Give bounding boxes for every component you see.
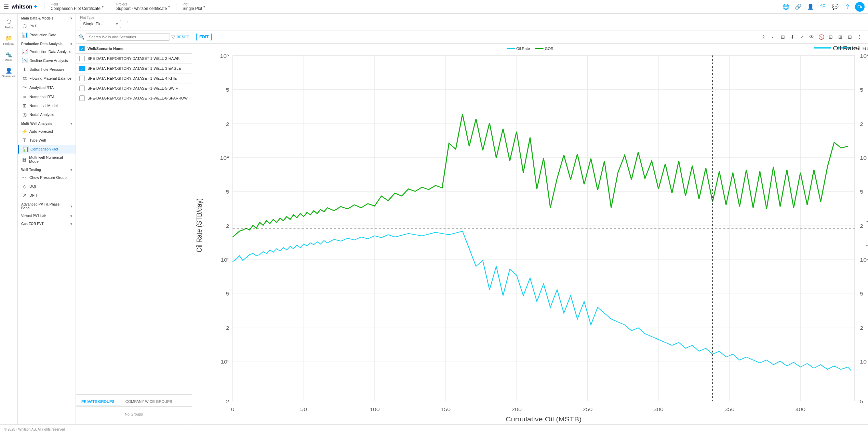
svg-text:5: 5: [226, 291, 229, 297]
svg-text:10³: 10³: [221, 257, 229, 263]
hamburger-icon[interactable]: ☰: [3, 3, 9, 11]
section-virtual-pvt[interactable]: Virtual PVT Lab ▾: [18, 211, 76, 219]
nav-item-pda[interactable]: 📈 Production Data Analysis: [18, 47, 76, 56]
reset-button[interactable]: RESET: [176, 35, 189, 39]
section-advanced-pvt[interactable]: Advanced PVT & Phase Beha... ▾: [18, 200, 76, 211]
avatar[interactable]: FA: [855, 2, 865, 12]
section-mwa-chevron: ▾: [70, 122, 72, 126]
auto-forecast-label: Auto-Forecast: [29, 129, 53, 133]
multi-well-nm-label: Multi-well Numerical Model: [29, 155, 72, 163]
download-tool[interactable]: ⬇: [788, 32, 797, 41]
sidebar-item-fields[interactable]: ⬡ Fields: [1, 16, 16, 31]
field-dropdown[interactable]: Field Comparison Plot Certificate ▾: [49, 2, 106, 12]
section-gas-eor[interactable]: Gas EOR PVT ▾: [18, 219, 76, 227]
well-item[interactable]: SPE-DATA-REPOSITORY-DATASET-1-WELL-5-SWI…: [76, 83, 192, 93]
legend-gor-line: [535, 48, 544, 49]
section-mwa[interactable]: Multi-Well Analysis ▾: [18, 119, 76, 127]
nav-item-production-data[interactable]: 📊 Production Data: [18, 30, 76, 39]
nav-item-chow[interactable]: 〰 Chow Pressure Group: [18, 173, 76, 182]
section-pda-label: Production Data Analysis: [21, 42, 63, 46]
svg-text:5: 5: [860, 291, 863, 297]
dfit-label: DFIT: [29, 193, 38, 197]
plot-type-select[interactable]: Single Plot ▾: [80, 20, 121, 28]
well-checkbox-4[interactable]: [79, 86, 85, 91]
sidebar-item-projects[interactable]: 📁 Projects: [1, 33, 16, 48]
well-checkbox-2[interactable]: ✓: [79, 66, 85, 71]
edit-button[interactable]: EDIT: [196, 33, 212, 41]
nav-item-type-well[interactable]: T Type Well: [18, 136, 76, 145]
select-all-checkbox[interactable]: ✓: [79, 46, 85, 51]
well-checkbox-5[interactable]: [79, 95, 85, 101]
nav-separator-1: [44, 3, 44, 10]
check-icon-2: ✓: [81, 67, 83, 70]
nav-item-dqi[interactable]: ◇ DQI: [18, 182, 76, 191]
nav-item-auto-forecast[interactable]: ⚡ Auto-Forecast: [18, 127, 76, 136]
private-groups-tab[interactable]: PRIVATE GROUPS: [76, 397, 120, 406]
nav-item-nodal[interactable]: ◎ Nodal Analysis: [18, 110, 76, 119]
search-input[interactable]: [86, 33, 170, 41]
section-wt[interactable]: Well Testing ▾: [18, 165, 76, 173]
expand-tool[interactable]: ⊡: [826, 32, 835, 41]
nav-item-analytical-rta[interactable]: 〜 Analytical RTA: [18, 83, 76, 92]
section-virtual-pvt-label: Virtual PVT Lab: [21, 214, 46, 218]
layout-tool[interactable]: ⊟: [845, 32, 854, 41]
well-name-3: SPE-DATA-REPOSITORY-DATASET-1-WELL-4-KIT…: [88, 76, 177, 80]
nav-item-dca[interactable]: 📉 Decline Curve Analysis: [18, 56, 76, 65]
select-tool[interactable]: ⌐: [769, 32, 778, 41]
section-main-data-chevron: ▾: [70, 16, 72, 20]
more-tool[interactable]: ⋮: [855, 32, 864, 41]
svg-text:5: 5: [860, 189, 863, 195]
temperature-icon[interactable]: °F: [818, 2, 828, 12]
svg-text:Oil Rate: Oil Rate: [833, 45, 857, 51]
svg-text:10⁴: 10⁴: [220, 155, 229, 161]
well-item[interactable]: SPE-DATA-REPOSITORY-DATASET-1-WELL-4-KIT…: [76, 74, 192, 83]
svg-text:5: 5: [226, 189, 229, 195]
nav-item-comparison-plot[interactable]: 📊 Comparison Plot: [18, 145, 76, 154]
well-checkbox-3[interactable]: [79, 76, 85, 81]
nav-item-numerical-rta[interactable]: ≈ Numerical RTA: [18, 92, 76, 101]
eye-tool[interactable]: 👁: [807, 32, 816, 41]
link-icon[interactable]: 🔗: [793, 2, 803, 12]
project-dropdown[interactable]: Project Support - whitson certificate ▾: [114, 2, 172, 12]
grid-tool[interactable]: ⊞: [836, 32, 845, 41]
well-checkbox-1[interactable]: [79, 56, 85, 61]
user-icon[interactable]: 👤: [806, 2, 815, 12]
polyline-tool[interactable]: ⌇: [759, 32, 768, 41]
nav-item-multi-well-nm[interactable]: ▦ Multi-well Numerical Model: [18, 154, 76, 165]
well-item[interactable]: SPE-DATA-REPOSITORY-DATASET-1-WELL-2-HAW…: [76, 54, 192, 64]
globe-icon[interactable]: 🌐: [781, 2, 791, 12]
well-item[interactable]: ✓ SPE-DATA-REPOSITORY-DATASET-1-WELL-3-E…: [76, 64, 192, 74]
pda-icon: 📈: [22, 49, 27, 54]
nav-item-pvt[interactable]: ⬡ PVT: [18, 22, 76, 30]
nav-item-fmb[interactable]: ⚖ Flowing Material Balance: [18, 74, 76, 83]
section-main-data[interactable]: Main Data & Models ▾: [18, 14, 76, 22]
sidebar-item-wells[interactable]: 🔩 Wells: [1, 49, 16, 64]
section-advanced-pvt-chevron: ▾: [70, 205, 72, 208]
plot-type-label: Plot Type: [80, 16, 121, 19]
search-icon[interactable]: 🔍: [79, 34, 84, 40]
share-tool[interactable]: ↗: [798, 32, 806, 41]
plot-dropdown[interactable]: Plot Single Plot ▾: [181, 2, 207, 12]
nav-item-numerical-model[interactable]: ⊞ Numerical Model: [18, 101, 76, 110]
analytical-rta-label: Analytical RTA: [29, 86, 54, 90]
svg-text:100: 100: [370, 406, 380, 412]
wells-list: SPE-DATA-REPOSITORY-DATASET-1-WELL-2-HAW…: [76, 54, 192, 394]
svg-text:2: 2: [860, 223, 863, 229]
company-groups-tab[interactable]: COMPANY-WIDE GROUPS: [120, 397, 178, 406]
nav-item-dfit[interactable]: ↗ DFIT: [18, 191, 76, 200]
section-pda[interactable]: Production Data Analysis ▾: [18, 39, 76, 47]
well-item[interactable]: SPE-DATA-REPOSITORY-DATASET-1-WELL-6-SPA…: [76, 93, 192, 103]
well-name-4: SPE-DATA-REPOSITORY-DATASET-1-WELL-5-SWI…: [88, 86, 180, 90]
help-icon[interactable]: ?: [843, 2, 852, 12]
filter-icon[interactable]: ▽: [171, 34, 175, 40]
project-label: Project: [116, 2, 167, 6]
nav-item-bottomhole[interactable]: ⬇ Bottomhole Pressure: [18, 65, 76, 74]
sidebar-item-scenarios[interactable]: 👤 Scenarios: [1, 65, 16, 80]
hide-tool[interactable]: 🚫: [817, 32, 826, 41]
back-button[interactable]: ←: [124, 17, 133, 27]
scenarios-label: Scenarios: [2, 75, 15, 78]
top-nav: ☰ whitson+ Field Comparison Plot Certifi…: [0, 0, 868, 14]
table-tool[interactable]: ⊟: [778, 32, 787, 41]
projects-label: Projects: [3, 42, 14, 46]
chat-icon[interactable]: 💬: [830, 2, 840, 12]
